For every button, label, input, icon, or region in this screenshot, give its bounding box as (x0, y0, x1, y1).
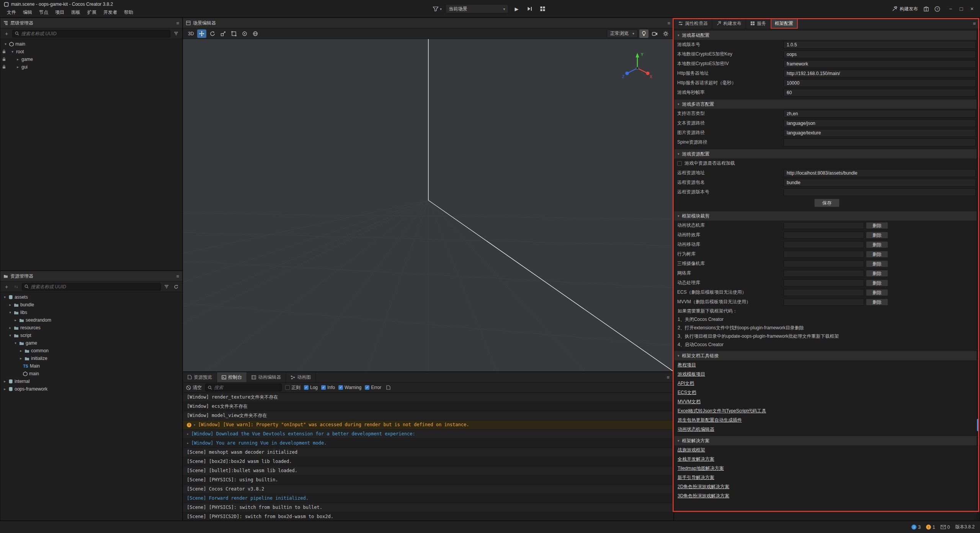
asset-seedrandom[interactable]: ▸ seedrandom (0, 316, 182, 324)
menu-edit[interactable]: 编辑 (20, 8, 35, 16)
module-path-field[interactable] (784, 251, 864, 258)
play-button[interactable]: ▶ (512, 4, 522, 13)
close-button[interactable]: × (967, 4, 977, 14)
remote-bundle-input[interactable] (784, 179, 976, 186)
log-row[interactable]: [Window] ecs文件夹不存在 (183, 402, 673, 411)
log-row-info[interactable]: [Scene] Forward render pipeline initiali… (183, 494, 673, 503)
solution-link-2drpg[interactable]: 2D角色扮演游戏解决方案 (674, 482, 980, 491)
remote-load-checkbox[interactable] (677, 161, 682, 166)
delete-module-button[interactable]: 删除 (866, 222, 888, 229)
expand-icon[interactable]: ▾ (10, 50, 15, 54)
tab-framework-config[interactable]: 框架配置 (771, 18, 798, 29)
delete-module-button[interactable]: 删除 (866, 241, 888, 248)
world-local-toggle[interactable] (251, 29, 260, 38)
expand-icon[interactable]: ▸ (16, 57, 20, 61)
module-path-field[interactable] (784, 270, 864, 277)
module-path-field[interactable] (784, 232, 864, 239)
tab-property-inspector[interactable]: 属性检查器 (674, 18, 712, 29)
message-count[interactable]: 0 (941, 525, 950, 530)
info-count[interactable]: i 3 (911, 525, 921, 530)
solution-link-3drpg[interactable]: 3D角色扮演游戏解决方案 (674, 491, 980, 500)
expand-icon[interactable]: ▾ (3, 42, 8, 46)
panel-menu-icon[interactable]: ≡ (663, 374, 673, 380)
log-row-info[interactable]: ▸ [Window] You are running Vue in develo… (183, 439, 673, 448)
doc-link-animator-editor[interactable]: 动画状态机编辑器 (674, 425, 980, 434)
panel-menu-icon[interactable]: ≡ (969, 21, 980, 26)
filter-icon[interactable] (172, 30, 180, 38)
doc-link-template[interactable]: 游戏模板项目 (674, 370, 980, 379)
frame-rate-input[interactable] (784, 89, 976, 96)
menu-project[interactable]: 项目 (52, 8, 67, 16)
move-tool-button[interactable] (197, 29, 206, 38)
asset-main-ts[interactable]: TS Main (0, 362, 182, 370)
camera-settings-button[interactable] (650, 29, 660, 38)
build-publish-button[interactable]: 构建发布 (892, 6, 918, 12)
current-scene-select[interactable]: 当前场景 ▾ (446, 4, 509, 13)
log-row[interactable]: [Scene] meshopt wasm decoder initialized (183, 448, 673, 457)
step-button[interactable] (525, 4, 535, 13)
panel-menu-icon[interactable]: ≡ (667, 20, 670, 26)
log-row[interactable]: [Scene] [box2d]:box2d wasm lib loaded. (183, 457, 673, 466)
spine-path-input[interactable] (784, 139, 976, 146)
tab-console[interactable]: 控制台 (217, 372, 247, 382)
remote-url-input[interactable] (784, 169, 976, 177)
asset-main-scene[interactable]: main (0, 370, 182, 378)
layout-grid-button[interactable] (538, 4, 548, 13)
asset-libs[interactable]: ▾ libs (0, 309, 182, 316)
asset-game[interactable]: ▾ game (0, 339, 182, 347)
log-row-info[interactable]: ▸ [Window] Download the Vue Devtools ext… (183, 430, 673, 439)
tab-animation-graph[interactable]: 动画图 (286, 372, 316, 382)
help-icon[interactable]: ? (934, 6, 940, 12)
menu-extension[interactable]: 扩展 (84, 8, 100, 16)
regex-checkbox[interactable]: 正则 (285, 384, 301, 391)
doc-link-hotupdate-plugin[interactable]: 原生包热更新配置自动生成插件 (674, 415, 980, 425)
doc-link-tutorial[interactable]: 教程项目 (674, 360, 980, 370)
section-header-language[interactable]: ▾ 游戏多语言配置 (674, 100, 980, 109)
add-node-button[interactable]: + (3, 30, 10, 38)
delete-module-button[interactable]: 删除 (866, 289, 888, 296)
module-path-field[interactable] (784, 222, 864, 229)
menu-file[interactable]: 文件 (4, 8, 19, 16)
doc-link-ecs[interactable]: ECS文档 (674, 388, 980, 397)
filter-icon[interactable] (163, 283, 170, 291)
node-main[interactable]: ▾ main (0, 40, 182, 48)
languages-input[interactable] (784, 110, 976, 118)
delete-module-button[interactable]: 删除 (866, 232, 888, 239)
node-game[interactable]: ▸ game (0, 56, 182, 63)
doc-link-mvvm[interactable]: MVVM文档 (674, 397, 980, 406)
asset-initialize[interactable]: ▸ initialize (0, 355, 182, 362)
section-header-basic[interactable]: ▾ 游戏基础配置 (674, 31, 980, 40)
asset-bundle[interactable]: ▸ bundle (0, 301, 182, 309)
solution-link-fullstack[interactable]: 全栈开发解决方案 (674, 455, 980, 464)
add-asset-button[interactable]: + (3, 283, 10, 291)
package-icon[interactable] (923, 6, 929, 12)
filter-log-checkbox[interactable]: ✓ Log (304, 385, 318, 390)
tab-animation-editor[interactable]: 动画编辑器 (247, 372, 286, 382)
panel-menu-icon[interactable]: ≡ (176, 20, 179, 26)
game-version-input[interactable] (784, 41, 976, 49)
delete-module-button[interactable]: 删除 (866, 260, 888, 267)
solution-link-guide[interactable]: 新手引导解决方案 (674, 473, 980, 482)
warning-count[interactable]: ! 1 (926, 525, 935, 530)
maximize-button[interactable]: □ (956, 4, 966, 14)
crypto-iv-input[interactable] (784, 60, 976, 68)
solution-link-slg[interactable]: 战旗游戏框架 (674, 445, 980, 455)
scene-gear-button[interactable] (661, 29, 670, 38)
delete-module-button[interactable]: 删除 (866, 270, 888, 277)
log-row[interactable]: [Scene] [PHYSICS]: using builtin. (183, 476, 673, 485)
axis-gizmo[interactable]: Y X Z (621, 51, 653, 83)
delete-module-button[interactable]: 删除 (866, 251, 888, 258)
asset-internal[interactable]: ▸ internal (0, 378, 182, 385)
log-row[interactable]: [Scene] Cocos Creator v3.8.2 (183, 485, 673, 494)
doc-link-api[interactable]: API文档 (674, 379, 980, 388)
asset-oops-framework[interactable]: ▸ oops-framework (0, 385, 182, 393)
asset-script[interactable]: ▾ script (0, 332, 182, 339)
expand-caret-icon[interactable]: ▸ (187, 430, 189, 438)
pivot-tool-button[interactable] (240, 29, 249, 38)
module-path-field[interactable] (784, 299, 864, 306)
lang-texture-path-input[interactable] (784, 129, 976, 137)
section-header-resource[interactable]: ▾ 游戏资源配置 (674, 149, 980, 159)
http-timeout-input[interactable] (784, 79, 976, 87)
sort-icon[interactable]: ↑↓ (12, 283, 20, 291)
lighting-toggle[interactable] (639, 29, 648, 38)
